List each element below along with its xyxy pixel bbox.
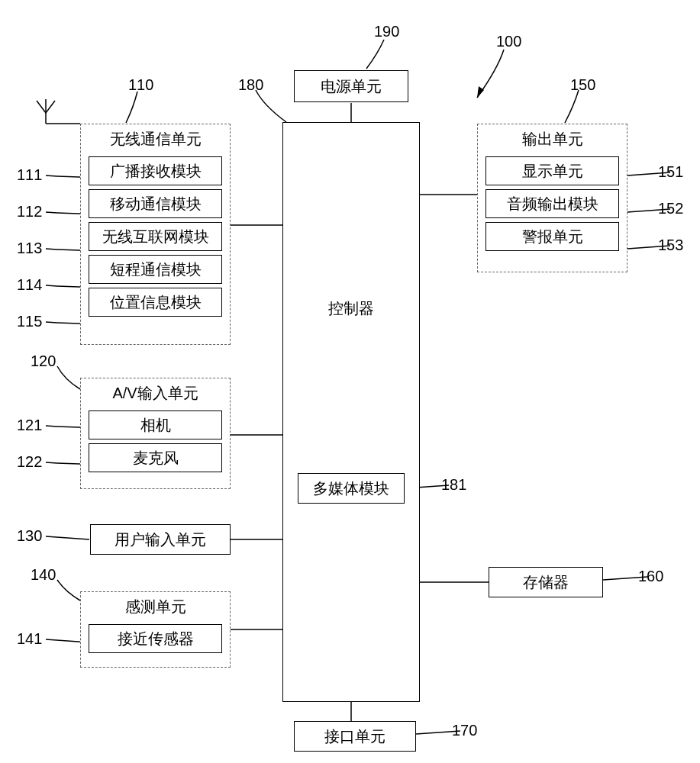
position-module: 位置信息模块 [89, 288, 222, 317]
ref-160: 160 [638, 568, 663, 585]
wireless-unit-group: 无线通信单元 广播接收模块 移动通信模块 无线互联网模块 短程通信模块 位置信息… [80, 124, 231, 345]
camera-module: 相机 [89, 410, 222, 439]
proximity-sensor-module: 接近传感器 [89, 624, 222, 653]
wireless-unit-title: 无线通信单元 [81, 124, 230, 153]
sensing-unit-title: 感测单元 [81, 592, 230, 620]
display-label: 显示单元 [522, 161, 583, 182]
interface-label: 接口单元 [324, 726, 385, 747]
ref-140: 140 [31, 566, 56, 584]
ref-130: 130 [17, 527, 42, 545]
output-unit-title: 输出单元 [478, 124, 627, 153]
power-unit-label: 电源单元 [321, 76, 382, 97]
user-input-block: 用户输入单元 [90, 524, 231, 555]
ref-151: 151 [658, 163, 683, 181]
alarm-module: 警报单元 [485, 222, 619, 251]
broadcast-label: 广播接收模块 [110, 161, 202, 182]
av-input-title: A/V输入单元 [81, 378, 230, 407]
sensing-unit-group: 感测单元 接近传感器 [80, 591, 231, 668]
svg-marker-8 [477, 86, 484, 98]
ref-111: 111 [17, 166, 42, 184]
display-module: 显示单元 [485, 156, 619, 185]
ref-120: 120 [31, 353, 56, 370]
ref-150: 150 [570, 76, 595, 94]
av-input-group: A/V输入单元 相机 麦克风 [80, 378, 231, 489]
ref-115: 115 [17, 313, 42, 330]
ref-170: 170 [452, 722, 477, 739]
ref-122: 122 [17, 453, 42, 471]
ref-141: 141 [17, 630, 42, 648]
short-range-module: 短程通信模块 [89, 255, 222, 284]
short-range-label: 短程通信模块 [110, 259, 202, 280]
antenna-icon [35, 99, 56, 125]
controller-block: 控制器 [282, 122, 420, 702]
ref-121: 121 [17, 417, 42, 434]
ref-180: 180 [238, 76, 263, 94]
user-input-label: 用户输入单元 [115, 530, 206, 550]
ref-113: 113 [17, 240, 42, 257]
memory-block: 存储器 [489, 567, 603, 597]
proximity-label: 接近传感器 [118, 629, 194, 649]
controller-label: 控制器 [328, 298, 374, 319]
ref-153: 153 [658, 237, 683, 254]
position-label: 位置信息模块 [110, 292, 202, 313]
wireless-net-module: 无线互联网模块 [89, 222, 222, 251]
ref-110: 110 [128, 76, 153, 94]
microphone-label: 麦克风 [133, 448, 179, 468]
audio-out-module: 音频输出模块 [485, 189, 619, 218]
output-unit-group: 输出单元 显示单元 音频输出模块 警报单元 [477, 124, 627, 272]
wireless-net-label: 无线互联网模块 [102, 227, 209, 247]
multimedia-label: 多媒体模块 [313, 478, 389, 499]
ref-152: 152 [658, 200, 683, 217]
alarm-label: 警报单元 [522, 227, 583, 247]
microphone-module: 麦克风 [89, 443, 222, 472]
audio-out-label: 音频输出模块 [507, 194, 598, 214]
broadcast-module: 广播接收模块 [89, 156, 222, 185]
ref-100: 100 [496, 33, 521, 50]
mobile-comm-label: 移动通信模块 [110, 194, 202, 214]
ref-190: 190 [374, 23, 399, 40]
camera-label: 相机 [140, 415, 171, 436]
ref-112: 112 [17, 203, 42, 221]
power-unit-block: 电源单元 [294, 70, 408, 102]
mobile-comm-module: 移动通信模块 [89, 189, 222, 218]
ref-114: 114 [17, 276, 42, 294]
memory-label: 存储器 [523, 572, 569, 593]
interface-unit-block: 接口单元 [294, 721, 416, 752]
multimedia-module-block: 多媒体模块 [298, 473, 405, 504]
ref-181: 181 [441, 476, 466, 494]
